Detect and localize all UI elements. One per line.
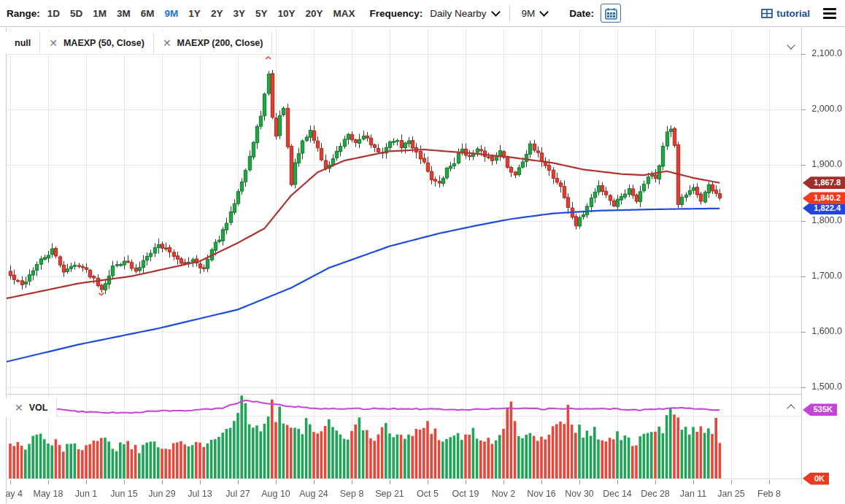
x-axis-tick-label: May 4 (6, 489, 23, 499)
y-axis-tick-label: 2,100.0 (806, 48, 842, 58)
range-option-20y[interactable]: 20Y (305, 8, 323, 19)
range-options: 1D5D1M3M6M9M1Y2Y3Y5Y10Y20YMAX (47, 8, 366, 19)
range-option-max[interactable]: MAX (333, 8, 355, 19)
price-volume-chart-canvas[interactable] (0, 28, 845, 504)
x-axis-tick-label: Sep 21 (375, 489, 404, 499)
range-option-6m[interactable]: 6M (141, 8, 155, 19)
chevron-up-icon (787, 404, 795, 412)
date-label: Date: (569, 8, 594, 19)
x-axis-tick-label: Oct 5 (417, 489, 439, 499)
expand-volume-panel-button[interactable] (782, 401, 797, 413)
legend-chip-vol[interactable]: ✕ VOL (6, 398, 57, 417)
toolbar-right-group: tutorial (761, 6, 836, 21)
x-axis-tick-label: Jun 15 (110, 489, 138, 499)
x-axis-tick-label: Jun 1 (75, 489, 98, 499)
legend-chip-label: VOL (29, 403, 48, 413)
chevron-down-icon (539, 7, 549, 17)
film-icon (761, 9, 773, 18)
chevron-down-icon (491, 7, 501, 17)
volume-legend-row: ✕ VOL (6, 398, 57, 417)
x-axis-tick-label: Jul 13 (188, 489, 212, 499)
period-dropdown[interactable]: 9M (522, 8, 548, 19)
x-axis-tick-label: Nov 2 (492, 489, 516, 499)
range-option-3m[interactable]: 3M (117, 8, 131, 19)
x-axis-tick-label: Dec 28 (641, 489, 670, 499)
x-axis-tick-label: Dec 14 (603, 489, 632, 499)
frequency-dropdown[interactable]: Daily Nearby (430, 8, 498, 19)
x-axis-tick-label: Aug 10 (261, 489, 290, 499)
ma50-value-tag: 1,867.8 (803, 177, 845, 189)
y-axis-tick-label: 1,600.0 (806, 326, 842, 336)
toolbar: Range: 1D5D1M3M6M9M1Y2Y3Y5Y10Y20YMAX Fre… (0, 0, 845, 27)
range-option-2y[interactable]: 2Y (211, 8, 223, 19)
menu-icon[interactable] (823, 6, 836, 21)
range-option-1d[interactable]: 1D (47, 8, 60, 19)
chart-application: Range: 1D5D1M3M6M9M1Y2Y3Y5Y10Y20YMAX Fre… (0, 0, 845, 504)
x-axis-tick-label: Sep 8 (340, 489, 364, 499)
range-option-1y[interactable]: 1Y (188, 8, 201, 19)
y-axis-tick-label: 1,900.0 (806, 159, 842, 169)
range-option-9m[interactable]: 9M (165, 8, 179, 19)
frequency-value: Daily Nearby (430, 8, 486, 19)
close-icon[interactable]: ✕ (49, 38, 58, 48)
legend-chip-label: null (15, 38, 31, 48)
y-axis-tick-label: 1,800.0 (806, 215, 842, 225)
date-picker-button[interactable] (601, 4, 621, 23)
x-axis-tick-label: May 18 (34, 489, 63, 499)
x-axis-tick-label: Jan 11 (680, 489, 707, 499)
x-axis-tick-label: Oct 19 (452, 489, 479, 499)
x-axis-tick-label: Jan 25 (717, 489, 745, 499)
y-axis-tick-label: 1,500.0 (806, 381, 842, 392)
chart-area: null ✕ MAEXP (50, Close) ✕ MAEXP (200, C… (0, 28, 845, 504)
legend-chip-maexp50[interactable]: ✕ MAEXP (50, Close) (40, 32, 154, 54)
legend-chip-symbol[interactable]: null (6, 32, 40, 54)
legend-chip-label: MAEXP (50, Close) (63, 38, 144, 48)
range-option-1m[interactable]: 1M (93, 8, 107, 19)
legend-chip-maexp200[interactable]: ✕ MAEXP (200, Close) (154, 32, 273, 54)
x-axis-labels: May 4May 18Jun 1Jun 15Jun 29Jul 13Jul 27… (6, 487, 845, 502)
x-axis-tick-label: Aug 24 (299, 489, 328, 499)
close-icon[interactable]: ✕ (163, 38, 171, 48)
legend-row: null ✕ MAEXP (50, Close) ✕ MAEXP (200, C… (6, 32, 272, 54)
y-axis-tick-label: 2,000.0 (806, 104, 842, 114)
range-option-10y[interactable]: 10Y (277, 8, 295, 19)
range-label: Range: (7, 8, 40, 19)
frequency-label: Frequency: (369, 8, 422, 19)
tutorial-link[interactable]: tutorial (761, 8, 810, 19)
x-axis-tick-label: Nov 30 (565, 489, 594, 499)
x-axis-tick-label: Jul 27 (225, 489, 250, 499)
period-value: 9M (522, 8, 536, 19)
range-option-5y[interactable]: 5Y (255, 8, 268, 19)
x-axis-tick-label: Nov 16 (527, 489, 556, 499)
toolbar-divider (509, 5, 510, 21)
collapse-price-panel-button[interactable] (782, 38, 797, 50)
range-option-5d[interactable]: 5D (70, 8, 82, 19)
legend-chip-label: MAEXP (200, Close) (177, 38, 263, 48)
calendar-icon (605, 7, 617, 20)
tutorial-label: tutorial (776, 8, 810, 19)
x-axis-tick-label: Feb 8 (757, 489, 781, 499)
last-price-tag: 1,840.2 (803, 192, 845, 204)
close-icon[interactable]: ✕ (15, 403, 23, 413)
chevron-down-icon (787, 41, 795, 49)
x-axis-tick-label: Jun 29 (148, 489, 176, 499)
y-axis-tick-label: 1,700.0 (806, 271, 842, 281)
range-option-3y[interactable]: 3Y (233, 8, 245, 19)
